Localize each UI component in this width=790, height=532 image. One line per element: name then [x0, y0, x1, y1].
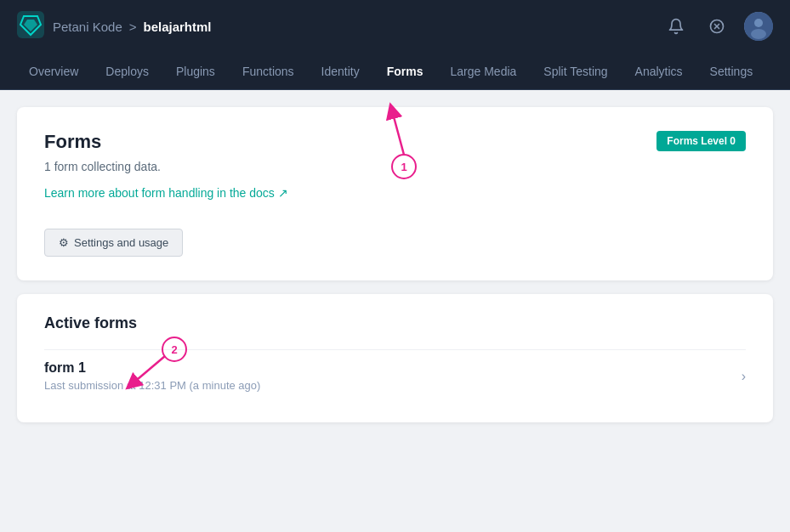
logo-icon[interactable]	[17, 11, 44, 42]
nav-item-split-testing[interactable]: Split Testing	[531, 56, 619, 87]
forms-card-header: Forms Forms Level 0	[44, 131, 746, 153]
svg-point-7	[754, 19, 763, 27]
nav-item-functions[interactable]: Functions	[230, 56, 306, 87]
close-icon[interactable]	[703, 13, 730, 40]
form-item-meta: Last submission at 12:31 PM (a minute ag…	[44, 379, 260, 392]
forms-learn-link[interactable]: Learn more about form handling in the do…	[44, 186, 288, 200]
active-forms-title: Active forms	[44, 314, 746, 332]
nav-item-settings[interactable]: Settings	[698, 56, 765, 87]
form-item-name: form 1	[44, 360, 260, 376]
main-content: Forms Forms Level 0 1 form collecting da…	[0, 90, 790, 532]
active-forms-card: Active forms form 1 Last submission at 1…	[17, 294, 773, 422]
nav-item-large-media[interactable]: Large Media	[439, 56, 529, 87]
nav-item-deploys[interactable]: Deploys	[94, 56, 161, 87]
avatar[interactable]	[744, 12, 773, 41]
topbar-right	[662, 12, 773, 41]
svg-point-8	[751, 29, 766, 39]
bell-icon[interactable]	[662, 13, 690, 40]
form-item-info: form 1 Last submission at 12:31 PM (a mi…	[44, 360, 260, 392]
nav-item-forms[interactable]: Forms	[375, 56, 435, 87]
gear-icon: ⚙	[59, 236, 69, 249]
settings-usage-button[interactable]: ⚙ Settings and usage	[44, 229, 183, 257]
nav-item-identity[interactable]: Identity	[310, 56, 372, 87]
breadcrumb: Petani Kode > belajarhtml	[53, 20, 212, 34]
form-list-item[interactable]: form 1 Last submission at 12:31 PM (a mi…	[44, 349, 746, 402]
chevron-right-icon: ›	[742, 369, 746, 384]
breadcrumb-separator: >	[129, 20, 137, 34]
topbar: Petani Kode > belajarhtml	[0, 0, 790, 53]
settings-button-label: Settings and usage	[74, 236, 168, 249]
forms-level-badge: Forms Level 0	[656, 131, 746, 151]
topbar-left: Petani Kode > belajarhtml	[17, 11, 212, 42]
forms-card: Forms Forms Level 0 1 form collecting da…	[17, 107, 773, 280]
forms-subtitle: 1 form collecting data.	[44, 160, 746, 173]
navbar: Overview Deploys Plugins Functions Ident…	[0, 53, 790, 90]
app-name[interactable]: Petani Kode	[53, 20, 122, 34]
forms-card-title: Forms	[44, 131, 101, 153]
nav-item-overview[interactable]: Overview	[17, 56, 90, 87]
nav-item-plugins[interactable]: Plugins	[164, 56, 227, 87]
nav-item-analytics[interactable]: Analytics	[623, 56, 695, 87]
site-name[interactable]: belajarhtml	[144, 20, 212, 34]
